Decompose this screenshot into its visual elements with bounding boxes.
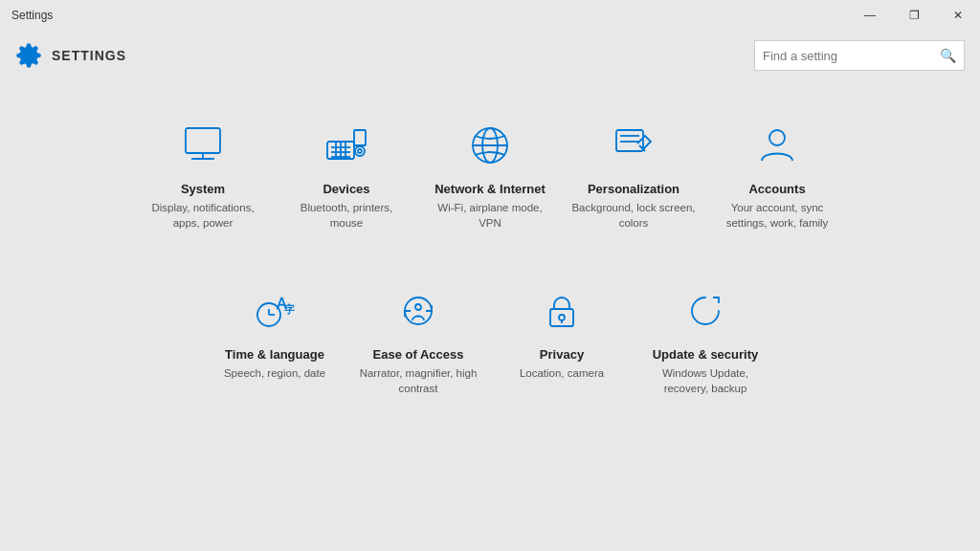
svg-point-27 <box>415 304 421 310</box>
titlebar: Settings — ❐ ✕ <box>0 0 980 31</box>
time-icon: A 字 <box>248 284 301 338</box>
header-left: SETTINGS <box>15 42 126 69</box>
network-name: Network & Internet <box>434 182 546 196</box>
titlebar-controls: — ❐ ✕ <box>848 0 980 31</box>
accounts-name: Accounts <box>748 182 805 196</box>
settings-item-update[interactable]: Update & security Windows Update, recove… <box>634 265 777 411</box>
devices-name: Devices <box>323 182 369 196</box>
close-button[interactable]: ✕ <box>936 0 980 31</box>
titlebar-title: Settings <box>11 9 53 22</box>
svg-rect-0 <box>186 128 220 153</box>
devices-desc: Bluetooth, printers, mouse <box>284 200 409 231</box>
privacy-name: Privacy <box>540 347 584 362</box>
system-icon <box>176 119 230 172</box>
gear-icon <box>15 42 42 69</box>
search-box[interactable]: 🔍 <box>754 40 965 71</box>
page-title: SETTINGS <box>52 48 126 63</box>
update-name: Update & security <box>653 347 759 362</box>
settings-item-system[interactable]: System Display, notifications, apps, pow… <box>131 99 275 246</box>
ease-name: Ease of Access <box>373 347 464 362</box>
update-desc: Windows Update, recovery, backup <box>643 365 768 396</box>
svg-point-29 <box>559 315 565 320</box>
time-name: Time & language <box>225 347 324 362</box>
settings-row-2: A 字 Time & language Speech, region, date <box>203 265 777 411</box>
ease-desc: Narrator, magnifier, high contrast <box>356 365 480 396</box>
privacy-icon <box>535 284 589 338</box>
svg-text:字: 字 <box>284 303 295 315</box>
settings-item-time[interactable]: A 字 Time & language Speech, region, date <box>203 265 346 411</box>
settings-item-ease[interactable]: Ease of Access Narrator, magnifier, high… <box>346 265 490 411</box>
accounts-icon <box>750 119 804 172</box>
settings-item-network[interactable]: Network & Internet Wi-Fi, airplane mode,… <box>418 99 562 246</box>
settings-item-personalization[interactable]: Personalization Background, lock screen,… <box>562 99 705 246</box>
system-desc: Display, notifications, apps, power <box>141 200 265 231</box>
settings-row-1: System Display, notifications, apps, pow… <box>131 99 849 246</box>
network-desc: Wi-Fi, airplane mode, VPN <box>428 200 552 231</box>
devices-icon <box>320 119 373 172</box>
search-input[interactable] <box>763 49 940 63</box>
minimize-button[interactable]: — <box>848 0 892 31</box>
svg-point-13 <box>358 149 362 153</box>
svg-rect-11 <box>354 130 366 145</box>
time-desc: Speech, region, date <box>224 365 325 381</box>
accounts-desc: Your account, sync settings, work, famil… <box>715 200 839 231</box>
main-content: System Display, notifications, apps, pow… <box>0 80 980 430</box>
privacy-desc: Location, camera <box>520 365 604 381</box>
restore-button[interactable]: ❐ <box>892 0 936 31</box>
search-icon: 🔍 <box>940 48 956 63</box>
settings-item-accounts[interactable]: Accounts Your account, sync settings, wo… <box>705 99 849 246</box>
settings-item-devices[interactable]: Devices Bluetooth, printers, mouse <box>275 99 418 246</box>
update-icon <box>679 284 732 338</box>
network-icon <box>463 119 517 172</box>
ease-icon <box>391 284 445 338</box>
svg-point-21 <box>769 130 785 145</box>
personalization-desc: Background, lock screen, colors <box>571 200 696 231</box>
settings-item-privacy[interactable]: Privacy Location, camera <box>490 265 634 411</box>
personalization-name: Personalization <box>588 182 679 196</box>
system-name: System <box>181 182 225 196</box>
svg-rect-28 <box>550 309 573 326</box>
personalization-icon <box>607 119 660 172</box>
svg-point-12 <box>355 146 365 156</box>
header: SETTINGS 🔍 <box>0 31 980 80</box>
